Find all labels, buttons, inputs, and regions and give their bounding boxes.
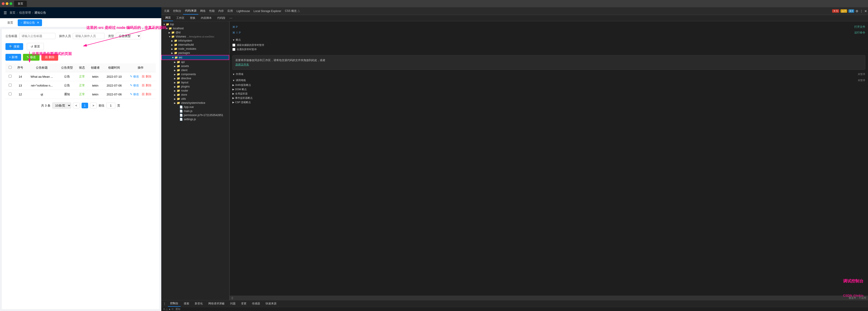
select-folder-link[interactable]: 选择文件夹 <box>235 63 249 66</box>
tree-item-top[interactable]: ▼ 📁 top <box>161 22 229 26</box>
devtools-tab-performance[interactable]: 性能 <box>208 8 216 14</box>
tree-item-nodemodules[interactable]: ▶ 📁 node_modules <box>161 47 229 51</box>
bottom-tab-network-block[interactable]: 网络请求屏蔽 <box>206 301 227 307</box>
bottom-tab-changes[interactable]: 新变化 <box>192 301 205 307</box>
subtab-webpage[interactable]: 网页 <box>163 15 173 21</box>
nav-menu-icon[interactable]: ☰ <box>4 11 7 15</box>
devtools-tab-elements[interactable]: 元素 <box>162 8 171 14</box>
bottom-tab-changes2[interactable]: 变更 <box>239 301 249 307</box>
breadcrumb-home[interactable]: 首页 <box>9 11 16 15</box>
bottom-tab-search[interactable]: 搜索 <box>182 301 191 307</box>
tree-item-store[interactable]: ▶ 📁 store <box>161 93 229 97</box>
tree-item-components[interactable]: ▶ 📁 components <box>161 72 229 76</box>
subnav-home[interactable]: 首页 <box>4 19 17 27</box>
tree-item-main-js[interactable]: 📄 main.js <box>161 109 229 113</box>
subtab-contentscripts[interactable]: 内容脚本 <box>198 15 214 21</box>
tree-item-localhost[interactable]: ▼ 📁 localhost <box>161 26 229 30</box>
breakpoint-cb-1[interactable] <box>232 43 235 46</box>
reset-button[interactable]: ↺ 重置 <box>27 43 44 50</box>
subtab-more-icon[interactable]: ⋯ <box>229 17 232 20</box>
devtools-tab-network[interactable]: 网络 <box>198 8 208 14</box>
title-input[interactable] <box>19 33 55 39</box>
devtools-overflow[interactable]: ⋮ <box>860 9 863 13</box>
devtools-tab-css[interactable]: CSS 概览 △ <box>283 8 302 14</box>
devtools-settings[interactable]: ⚙ <box>856 9 859 13</box>
search-button[interactable]: 🔍 搜索 <box>5 43 23 50</box>
page-goto-input[interactable] <box>106 103 115 108</box>
minimize-btn[interactable] <box>6 2 8 5</box>
page-next[interactable]: > <box>90 103 97 108</box>
tree-item-directive[interactable]: ▶ 📁 directive <box>161 76 229 81</box>
breadcrumb-notice[interactable]: 通知公告 <box>34 11 46 15</box>
tree-item-app-vue[interactable]: 📄 App.vue <box>161 105 229 109</box>
row-delete-link[interactable]: 面 删除 <box>142 75 152 78</box>
subtab-workspace[interactable]: 工作区 <box>174 15 187 21</box>
operator-label: 操作人员 <box>59 34 71 38</box>
tree-item-permission[interactable]: 📄 permission.js?t=1721353542851 <box>161 113 229 117</box>
devtools-tab-localstorage[interactable]: Local Storage Explorer <box>252 8 283 14</box>
callstack-title[interactable]: ▼ 调用堆栈 未暂停 <box>232 79 865 82</box>
tree-item-assets[interactable]: ▶ 📁 assets <box>161 64 229 68</box>
shortcut-open-label[interactable]: 打开文件 <box>855 25 865 29</box>
bottom-tab-quicksource[interactable]: 快速来源 <box>263 301 279 307</box>
subtab-snippets[interactable]: 代码段 <box>215 15 228 21</box>
tree-item-router[interactable]: ▶ 📁 router <box>161 89 229 93</box>
page-1[interactable]: 1 <box>82 103 88 108</box>
close-btn[interactable] <box>2 2 4 5</box>
tree-item-packages[interactable]: ▶ 📁 packages <box>161 51 229 55</box>
row-delete-link[interactable]: 面 删除 <box>142 84 152 87</box>
row-checkbox[interactable] <box>9 92 11 95</box>
devtools-tab-memory[interactable]: 内存 <box>216 8 225 14</box>
devtools-close[interactable]: ✕ <box>864 9 867 13</box>
breakpoints-title[interactable]: ▼ 断点 <box>232 38 865 41</box>
devtools-tab-console[interactable]: 控制台 <box>171 8 183 14</box>
event-title[interactable]: ▶ 事件监听器断点 <box>232 96 865 100</box>
tree-item-client[interactable]: ▶ 📁 client <box>161 68 229 72</box>
tree-item-internal[interactable]: ▶ 📁 internal/build <box>161 43 229 47</box>
tree-item-views[interactable]: ▶ 📁 views/system/notice <box>161 101 229 105</box>
global-title[interactable]: ▶ 全局监听器 <box>232 92 865 95</box>
add-button[interactable]: + 新增 <box>5 54 21 61</box>
tree-item-utils[interactable]: ▶ 📁 utils <box>161 97 229 101</box>
bottom-menu-icon[interactable]: ⋮ <box>163 302 166 305</box>
tree-item-plugins[interactable]: ▶ 📁 plugins <box>161 85 229 89</box>
csp-title[interactable]: ▶ CSP 违规断点 <box>232 101 865 104</box>
devtools-tab-application[interactable]: 应用 <box>225 8 235 14</box>
tree-item-info[interactable]: ▶ 📁 info/system <box>161 39 229 43</box>
xhr-title[interactable]: ▶ XHR/提取断点 <box>232 83 865 87</box>
select-all-checkbox[interactable] <box>9 66 11 69</box>
row-checkbox[interactable] <box>9 75 11 78</box>
subnav-notice[interactable]: ● 通知公告 ✕ <box>18 19 42 26</box>
page-prev[interactable]: < <box>73 103 80 108</box>
scope-title[interactable]: ▼ 作用域 未暂停 <box>232 72 865 76</box>
row-delete-link[interactable]: 面 删除 <box>142 92 152 96</box>
notice-tab-close[interactable]: ✕ <box>37 21 39 24</box>
bottom-tab-issues[interactable]: 问题 <box>228 301 238 307</box>
operator-input[interactable] <box>73 33 104 39</box>
devtools-tab-sources[interactable]: 代码/来源 <box>183 7 198 14</box>
row-checkbox[interactable] <box>9 84 11 87</box>
tree-item-settings[interactable]: 📄 settings.js <box>161 117 229 121</box>
subtab-overrides[interactable]: 替换 <box>188 15 198 21</box>
bottom-tab-sensors[interactable]: 传感器 <box>250 301 262 307</box>
tree-item-src[interactable]: ▼ 📁 src <box>161 55 229 60</box>
maximize-btn[interactable] <box>9 2 12 5</box>
row-edit-link[interactable]: ✎ 修改 <box>130 84 139 87</box>
shortcut-run-label[interactable]: 运行命令 <box>855 31 865 34</box>
tree-item-id[interactable]: ▶ 📁 @id <box>161 30 229 34</box>
breadcrumb-info[interactable]: 信息管理 <box>19 11 31 15</box>
row-edit-link[interactable]: ✎ 修改 <box>130 92 139 96</box>
tree-item-layout[interactable]: ▶ 📁 layout <box>161 81 229 85</box>
tree-item-volumes[interactable]: ▼ 📁 Volumes .../tms/gotms-ui-vue3/src <box>161 34 229 39</box>
edit-button[interactable]: ✎ 修改 <box>23 54 39 61</box>
devtools-tab-lighthouse[interactable]: Lighthouse <box>235 8 252 14</box>
breakpoint-cb-2[interactable] <box>232 48 235 51</box>
page-size-select[interactable]: 10条/页 20条/页 <box>52 102 71 108</box>
type-select[interactable]: 公告类型 <box>116 33 141 39</box>
row-edit-link[interactable]: ✎ 修改 <box>130 75 139 78</box>
dom-title[interactable]: ▶ DOM 断点 <box>232 88 865 91</box>
delete-button[interactable]: 面 删除 <box>41 54 58 61</box>
browser-tab[interactable]: 首页 <box>14 1 27 7</box>
bottom-tab-console[interactable]: 控制台 <box>168 301 181 307</box>
tree-item-api[interactable]: ▶ 📁 api <box>161 60 229 64</box>
